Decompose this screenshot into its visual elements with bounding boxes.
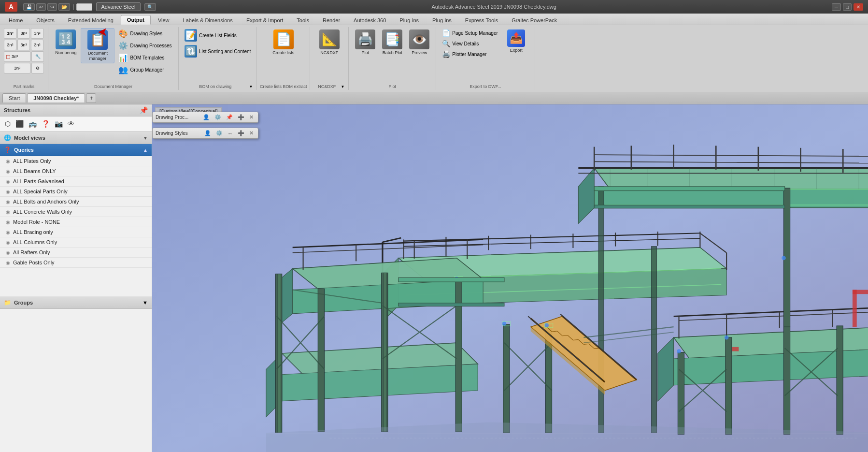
pm-btn-9[interactable]: 3n³ bbox=[4, 63, 30, 73]
add-tab-button[interactable]: + bbox=[86, 93, 96, 103]
query-all-beams[interactable]: ◉ ALL Beams ONLY bbox=[0, 166, 152, 176]
tab-plugins2[interactable]: Plug-ins bbox=[426, 15, 458, 25]
tab-autodesk360[interactable]: Autodesk 360 bbox=[347, 15, 392, 25]
tab-tools[interactable]: Tools bbox=[290, 15, 315, 25]
tab-plugins1[interactable]: Plug-ins bbox=[393, 15, 425, 25]
pm-btn-10[interactable]: ⚙ bbox=[31, 63, 44, 73]
bom-drawing-dropdown[interactable]: ▼ bbox=[249, 85, 253, 89]
ds-settings-icon[interactable]: ⚙️ bbox=[214, 130, 224, 137]
group-manager-button[interactable]: 👥 Group Manager bbox=[116, 64, 173, 75]
svg-rect-70 bbox=[726, 337, 732, 435]
tab-export-import[interactable]: Export & Import bbox=[240, 15, 289, 25]
query-all-parts-galvanised[interactable]: ◉ ALL Parts Galvanised bbox=[0, 176, 152, 187]
tab-home[interactable]: Home bbox=[2, 15, 29, 25]
numbering-button[interactable]: 🔢 Numbering bbox=[53, 28, 79, 57]
panel-toolbar: ⬡ ⬛ 🚌 ❓ 📷 👁 bbox=[0, 117, 152, 131]
pm-btn-1[interactable]: 3n³ bbox=[4, 28, 16, 39]
app-logo: A bbox=[5, 2, 17, 12]
queries-header[interactable]: ❓ Queries ▲ bbox=[0, 144, 152, 156]
query-bullet-icon: ◉ bbox=[6, 209, 10, 215]
page-setup-manager-button[interactable]: 📄 Page Setup Manager bbox=[440, 28, 500, 38]
tab-view[interactable]: View bbox=[152, 15, 176, 25]
list-sorting-button[interactable]: 🔃 List Sorting and Content bbox=[183, 44, 253, 58]
dp-settings-icon[interactable]: ⚙️ bbox=[213, 114, 223, 121]
pm-btn-5[interactable]: 3n³ bbox=[17, 40, 30, 50]
preview-button[interactable]: 👁️ Preview bbox=[407, 28, 432, 57]
create-lists-button[interactable]: 📄 Create lists bbox=[270, 28, 297, 57]
tab-objects[interactable]: Objects bbox=[30, 15, 60, 25]
close-button[interactable]: ✕ bbox=[854, 3, 863, 11]
tab-graitec[interactable]: Graitec PowerPack bbox=[505, 15, 563, 25]
open-button[interactable]: 📂 bbox=[58, 3, 70, 11]
dp-user-icon[interactable]: 👤 bbox=[201, 114, 211, 121]
drawing-processes-button[interactable]: ⚙️ Drawing Processes bbox=[116, 40, 173, 51]
ds-close-icon[interactable]: ✕ bbox=[248, 130, 255, 137]
ds-user-icon[interactable]: 👤 bbox=[203, 130, 213, 137]
pm-btn-4[interactable]: 3n³ bbox=[4, 40, 16, 50]
bom-templates-button[interactable]: 📊 BOM Templates bbox=[116, 52, 173, 63]
pm-btn-8[interactable]: 🔧 bbox=[31, 51, 44, 62]
dp-pin-icon[interactable]: 📌 bbox=[225, 114, 234, 121]
batch-plot-label: Batch Plot bbox=[383, 50, 402, 56]
maximize-button[interactable]: □ bbox=[843, 3, 852, 11]
query-all-concrete-walls[interactable]: ◉ ALL Concrete Walls Only bbox=[0, 207, 152, 217]
tab-output[interactable]: Output bbox=[121, 15, 151, 25]
query-all-bracing[interactable]: ◉ ALL Bracing only bbox=[0, 227, 152, 237]
pm-btn-2[interactable]: 3n³ bbox=[17, 28, 30, 39]
panel-pin-button[interactable]: 📌 bbox=[140, 106, 148, 114]
groups-section[interactable]: 📁 Groups ▼ bbox=[0, 296, 152, 309]
panel-header: Structures 📌 bbox=[0, 104, 152, 117]
tab-extended-modeling[interactable]: Extended Modeling bbox=[62, 15, 120, 25]
pm-btn-6[interactable]: 3n³ bbox=[31, 40, 43, 50]
view-details-button[interactable]: 🔍 View Details bbox=[440, 39, 500, 48]
query-bullet-icon: ◉ bbox=[6, 179, 10, 184]
workplane-icon[interactable]: ⬛ bbox=[14, 119, 25, 129]
eye-icon[interactable]: 👁 bbox=[67, 119, 75, 129]
tab-labels-dimensions[interactable]: Labels & Dimensions bbox=[177, 15, 239, 25]
dp-add-icon[interactable]: ➕ bbox=[236, 114, 246, 121]
undo-button[interactable]: ↩ bbox=[36, 3, 46, 11]
tab-render[interactable]: Render bbox=[316, 15, 346, 25]
query-gable-posts[interactable]: ◉ Gable Posts Only bbox=[0, 258, 152, 268]
plotter-manager-button[interactable]: 🖨️ Plotter Manager bbox=[440, 49, 500, 59]
query-all-columns[interactable]: ◉ ALL Columns Only bbox=[0, 237, 152, 248]
viewport[interactable]: [Custom View][Conceptual] bbox=[152, 104, 868, 452]
groups-folder-icon: 📁 bbox=[4, 299, 11, 306]
ds-add-icon[interactable]: ➕ bbox=[236, 130, 246, 137]
nc-dxf-dropdown[interactable]: ▼ bbox=[341, 85, 344, 89]
query-all-special-parts[interactable]: ◉ ALL Special Parts Only bbox=[0, 187, 152, 197]
query-list: ◉ ALL Plates Only ◉ ALL Beams ONLY ◉ ALL… bbox=[0, 156, 152, 268]
batch-plot-button[interactable]: 📑 Batch Plot bbox=[380, 28, 405, 57]
tab-express-tools[interactable]: Express Tools bbox=[459, 15, 504, 25]
export-display-button[interactable]: 📤 Export bbox=[502, 28, 531, 55]
create-lists-items: 📄 Create lists bbox=[270, 28, 297, 89]
view-icon[interactable]: 🚌 bbox=[28, 119, 38, 129]
structures-icon[interactable]: ⬡ bbox=[4, 119, 12, 129]
tab-jn0098[interactable]: JN0098 Checkley* bbox=[27, 93, 85, 102]
app-search[interactable]: 🔍 bbox=[144, 3, 156, 11]
svg-point-110 bbox=[782, 256, 786, 260]
minimize-button[interactable]: ─ bbox=[832, 3, 841, 11]
query-all-plates[interactable]: ◉ ALL Plates Only bbox=[0, 156, 152, 166]
redo-button[interactable]: ↪ bbox=[47, 3, 57, 11]
help-icon[interactable]: ❓ bbox=[41, 119, 51, 129]
dp-close-icon[interactable]: ✕ bbox=[248, 114, 255, 121]
queries-label: Queries bbox=[14, 147, 140, 153]
save-button[interactable]: 💾 bbox=[23, 3, 35, 11]
create-list-fields-button[interactable]: 📝 Create List Fields bbox=[183, 28, 239, 43]
drawing-styles-button[interactable]: 🎨 Drawing Styles bbox=[116, 28, 173, 39]
query-all-rafters[interactable]: ◉ All Rafters Only bbox=[0, 248, 152, 258]
model-views-section[interactable]: 🌐 Model views ▼ bbox=[0, 131, 152, 144]
group-plot-label: Plot bbox=[349, 84, 436, 89]
plot-button[interactable]: 🖨️ Plot bbox=[353, 28, 378, 57]
ds-swap-icon[interactable]: ↔️ bbox=[226, 130, 234, 137]
camera-icon[interactable]: 📷 bbox=[54, 119, 64, 129]
svg-rect-116 bbox=[853, 290, 868, 294]
query-model-role-none[interactable]: ◉ Model Role - NONE bbox=[0, 217, 152, 227]
query-all-bolts[interactable]: ◉ ALL Bolts and Anchors Only bbox=[0, 197, 152, 207]
nc-dxf-button[interactable]: 📐 NC&DXF bbox=[317, 28, 342, 57]
pm-btn-7[interactable]: ◻ 3n³ bbox=[4, 51, 30, 62]
pm-btn-3[interactable]: 3n³ bbox=[31, 28, 43, 39]
app-name: Advance Steel bbox=[96, 2, 141, 11]
tab-start[interactable]: Start bbox=[2, 93, 26, 102]
